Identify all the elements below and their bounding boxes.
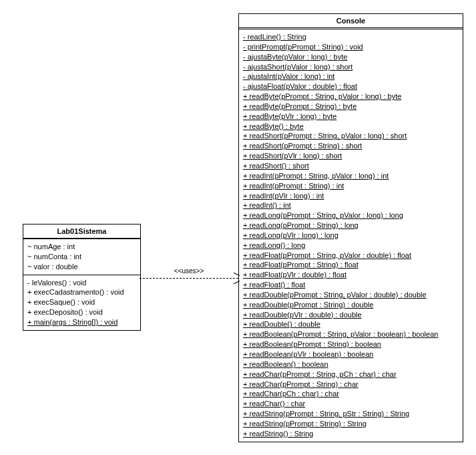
member: + readLong(pPrompt : String, pValor : lo… bbox=[243, 210, 459, 220]
member: + readByte(pVlr : long) : byte bbox=[243, 112, 459, 122]
member: + readLong(pPrompt : String) : long bbox=[243, 220, 459, 231]
member: + readString() : String bbox=[243, 429, 459, 439]
member: + readFloat() : float bbox=[243, 280, 459, 290]
member: + readString(pPrompt : String) : String bbox=[243, 419, 459, 429]
member: + readChar(pCh : char) : char bbox=[243, 389, 459, 399]
member: + readDouble(pPrompt : String) : double bbox=[243, 300, 459, 310]
member: + execCadastramento() : void bbox=[27, 287, 136, 297]
member: + readFloat(pPrompt : String) : float bbox=[243, 260, 459, 270]
class-lab01sistema: Lab01Sistema ~ numAge : int~ numConta : … bbox=[23, 224, 141, 331]
relation-line bbox=[140, 278, 238, 279]
member: + readDouble(pPrompt : String, pValor : … bbox=[243, 290, 459, 300]
member: + readInt() : int bbox=[243, 200, 459, 210]
member: + readDouble(pVlr : double) : double bbox=[243, 310, 459, 320]
class-title: Console bbox=[239, 14, 463, 29]
member: + readShort(pVlr : long) : short bbox=[243, 151, 459, 161]
member: + main(args : String[]) : void bbox=[27, 317, 136, 327]
member: + execDeposito() : void bbox=[27, 307, 136, 317]
member: ~ valor : double bbox=[27, 262, 136, 272]
operations-section: - readLine() : String- printPrompt(pProm… bbox=[239, 29, 463, 442]
member: + readByte(pPrompt : String) : byte bbox=[243, 102, 459, 112]
member: - leValores() : void bbox=[27, 278, 136, 288]
member: + readBoolean(pPrompt : String, pValor :… bbox=[243, 329, 459, 339]
member: - readLine() : String bbox=[243, 32, 459, 42]
attributes-section: ~ numAge : int~ numConta : int~ valor : … bbox=[23, 239, 140, 275]
member: + readFloat(pPrompt : String, pValor : d… bbox=[243, 251, 459, 261]
member: - ajustaInt(pValor : long) : int bbox=[243, 71, 459, 82]
member: + readShort() : short bbox=[243, 161, 459, 171]
operations-section: - leValores() : void+ execCadastramento(… bbox=[23, 275, 140, 330]
class-console: Console - readLine() : String- printProm… bbox=[238, 13, 463, 442]
member: + readString(pPrompt : String, pStr : St… bbox=[243, 409, 459, 419]
member: + execSaque() : void bbox=[27, 297, 136, 307]
member: + readLong(pVlr : long) : long bbox=[243, 231, 459, 241]
member: + readBoolean(pVlr : boolean) : boolean bbox=[243, 349, 459, 359]
member: + readLong() : long bbox=[243, 241, 459, 251]
member: + readFloat(pVlr : double) : float bbox=[243, 270, 459, 280]
member: - ajustaByte(pValor : long) : byte bbox=[243, 52, 459, 62]
member: + readBoolean(pPrompt : String) : boolea… bbox=[243, 339, 459, 349]
member: - ajustaShort(pValor : long) : short bbox=[243, 62, 459, 72]
member: + readChar(pPrompt : String, pCh : char)… bbox=[243, 369, 459, 380]
member: + readShort(pPrompt : String, pValor : l… bbox=[243, 131, 459, 141]
member: - ajustaFloat(pValor : double) : float bbox=[243, 82, 459, 92]
member: + readChar() : char bbox=[243, 399, 459, 409]
member: + readDouble() : double bbox=[243, 319, 459, 329]
member: + readBoolean() : boolean bbox=[243, 359, 459, 369]
member: + readInt(pPrompt : String, pValor : lon… bbox=[243, 171, 459, 181]
member: + readInt(pPrompt : String) : int bbox=[243, 181, 459, 191]
class-title: Lab01Sistema bbox=[23, 224, 140, 239]
member: + readByte() : byte bbox=[243, 122, 459, 132]
member: ~ numConta : int bbox=[27, 252, 136, 262]
member: + readByte(pPrompt : String, pValor : lo… bbox=[243, 92, 459, 102]
member: + readChar(pPrompt : String) : char bbox=[243, 380, 459, 390]
relation-label: <<uses>> bbox=[173, 267, 205, 275]
uses-relation: <<uses>> bbox=[140, 273, 238, 283]
member: ~ numAge : int bbox=[27, 242, 136, 252]
member: + readShort(pPrompt : String) : short bbox=[243, 141, 459, 151]
member: - printPrompt(pPrompt : String) : void bbox=[243, 42, 459, 52]
member: + readInt(pVlr : long) : int bbox=[243, 191, 459, 201]
